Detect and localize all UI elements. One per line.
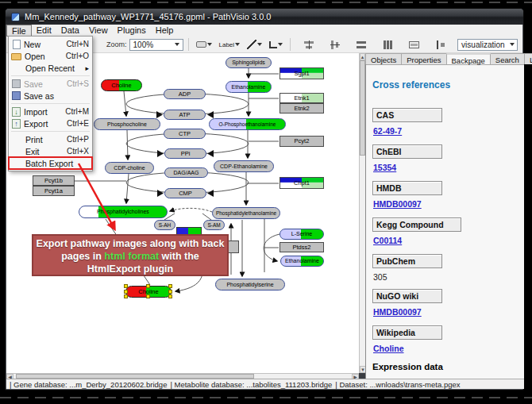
tab-backpage[interactable]: Backpage xyxy=(446,53,491,64)
canvas-vertical-scrollbar[interactable]: ▲ ▼ xyxy=(359,53,365,373)
file-menu-item-open[interactable]: OpenCtrl+O xyxy=(9,50,92,62)
save-as-disk-icon xyxy=(12,91,21,100)
node-s-am[interactable]: S-AM xyxy=(203,220,225,230)
common-height-button[interactable] xyxy=(434,38,447,52)
backpage-link[interactable]: HMDB00097 xyxy=(373,307,422,317)
node-phosphatidylserine[interactable]: Phosphatidylserine xyxy=(215,279,285,290)
side-panel: Objects Properties Backpage Search Legen… xyxy=(365,53,524,379)
status-metabolite-database: | Metabolite database: ...tabolites_1112… xyxy=(170,380,332,389)
visualization-combobox[interactable]: visualization xyxy=(457,39,518,51)
vertical-scroll-thumb[interactable] xyxy=(360,60,365,156)
node-phosphatidylethanolamine[interactable]: Phosphatidylethanolamine xyxy=(212,207,280,219)
selection-handle[interactable] xyxy=(146,294,150,298)
node-sphingolipids[interactable]: Sphingolipids xyxy=(226,57,272,68)
selection-handle[interactable] xyxy=(168,284,172,288)
file-menu-item-export[interactable]: ExportCtrl+E xyxy=(9,117,92,129)
label-tool-button[interactable]: Label xyxy=(217,38,243,52)
tab-legend[interactable]: Legend xyxy=(524,53,532,64)
chevron-down-icon[interactable] xyxy=(507,40,517,50)
selection-handle[interactable] xyxy=(168,290,172,294)
node-pcyt1a[interactable]: Pcyt1a xyxy=(33,186,75,196)
chevron-down-icon[interactable] xyxy=(172,40,183,50)
stack-horizontal-button[interactable] xyxy=(380,38,395,52)
node-label: Etnk1 xyxy=(294,94,309,102)
node-ethanolamine-top[interactable]: Ethanolamine xyxy=(226,81,272,93)
stack-vertical-button[interactable] xyxy=(354,38,368,52)
selection-handle[interactable] xyxy=(168,294,172,298)
node-choline-top[interactable]: Choline xyxy=(101,79,142,91)
node-phosphocholine[interactable]: Phosphocholine xyxy=(94,118,160,130)
node-phosphatidylcholines[interactable]: Phosphatidylcholines xyxy=(79,206,168,218)
align-vertical-button[interactable] xyxy=(302,38,316,52)
backpage-content: Cross references CAS62-49-7ChEBI15354HMD… xyxy=(366,65,524,371)
visualization-value: visualization xyxy=(461,40,504,49)
file-menu-item-exit[interactable]: ExitCtrl+X xyxy=(9,145,92,157)
backpage-link[interactable]: 62-49-7 xyxy=(373,126,402,136)
node-sgpl1[interactable]: Sgpl1 xyxy=(279,67,324,79)
file-menu-item-save-as[interactable]: Save as xyxy=(9,90,92,102)
node-pcyt2[interactable]: Pcyt2 xyxy=(279,136,324,147)
backpage-link[interactable]: 15354 xyxy=(373,163,396,172)
node-atp[interactable]: ATP xyxy=(164,110,206,120)
file-menu-item-open-recent[interactable]: Open Recent▸ xyxy=(9,62,92,74)
panel-tabs: Objects Properties Backpage Search Legen… xyxy=(366,53,524,65)
selection-handle[interactable] xyxy=(124,284,128,288)
node-s-ah[interactable]: S-AH xyxy=(154,220,175,230)
window-title: Mm_Kennedy_pathway_WP1771_45176.gpml - P… xyxy=(25,12,271,21)
scroll-up-icon[interactable]: ▲ xyxy=(360,53,365,60)
node-etnk1[interactable]: Etnk1 xyxy=(279,93,324,103)
backpage-link[interactable]: HMDB00097 xyxy=(373,199,422,209)
menu-plugins[interactable]: Plugins xyxy=(113,25,151,37)
selection-handle[interactable] xyxy=(124,290,128,294)
menu-data[interactable]: Data xyxy=(56,25,84,37)
node-adp[interactable]: ADP xyxy=(164,89,206,99)
zoom-combobox[interactable]: 100% xyxy=(129,39,183,51)
node-label: Sgpl1 xyxy=(294,70,309,77)
file-menu-item-new[interactable]: NewCtrl+N xyxy=(9,38,92,50)
tab-objects[interactable]: Objects xyxy=(365,53,402,64)
menu-edit[interactable]: Edit xyxy=(32,25,56,37)
backpage-section-pubchem: PubChem305 xyxy=(372,254,518,282)
selection-handle[interactable] xyxy=(124,294,128,298)
file-menu-item-batch-export[interactable]: Batch Export xyxy=(9,157,92,169)
node-ctp[interactable]: CTP xyxy=(164,129,206,139)
node-ppi[interactable]: PPi xyxy=(164,148,206,159)
node-pcyt1b[interactable]: Pcyt1b xyxy=(33,175,75,186)
gene-tool-button[interactable] xyxy=(194,38,214,52)
node-label: PPi xyxy=(181,150,191,157)
node-label: Sphingolipids xyxy=(232,60,265,65)
file-menu-item-import[interactable]: ImportCtrl+M xyxy=(9,106,92,117)
node-dag-aag[interactable]: DAG/AAG xyxy=(164,167,208,178)
node-chpt1[interactable]: Chpt1 xyxy=(279,177,324,189)
node-ethanolamine-bottom[interactable]: Ethanolamine xyxy=(280,256,324,267)
backpage-link[interactable]: Choline xyxy=(373,344,404,353)
menu-file[interactable]: File xyxy=(6,25,32,37)
file-menu-item-save[interactable]: SaveCtrl+S xyxy=(9,78,92,90)
node-cdp-ethanolamine[interactable]: CDP-Ethanolamine xyxy=(214,160,274,172)
open-folder-icon xyxy=(11,53,21,60)
tab-search[interactable]: Search xyxy=(490,53,525,64)
node-choline-selected[interactable]: Choline xyxy=(125,286,172,298)
node-etnk2[interactable]: Etnk2 xyxy=(279,103,324,114)
node-cdp-choline[interactable]: CDP-choline xyxy=(105,162,154,174)
align-horizontal-button[interactable] xyxy=(328,38,342,52)
line-tool-button[interactable] xyxy=(245,38,264,52)
file-menu-item-print[interactable]: PrintCtrl+P xyxy=(9,133,92,145)
canvas-horizontal-scrollbar[interactable]: ◀ ▶ xyxy=(6,373,359,379)
common-width-button[interactable] xyxy=(407,38,422,52)
toolbar-separator xyxy=(188,38,189,51)
titlebar[interactable]: Mm_Kennedy_pathway_WP1771_45176.gpml - P… xyxy=(6,9,523,25)
node-l-serine[interactable]: L-Serine xyxy=(279,229,324,240)
selection-handle[interactable] xyxy=(146,284,150,288)
node-cmp[interactable]: CMP xyxy=(164,188,206,198)
node-gene-box-partial[interactable] xyxy=(227,240,239,253)
zoom-label: Zoom: xyxy=(106,40,127,48)
tab-properties[interactable]: Properties xyxy=(401,53,446,64)
node-o-phosphoethanolamine[interactable]: O-Phosphoethanolamine xyxy=(209,118,286,130)
align-horizontal-icon xyxy=(330,40,340,49)
menu-view[interactable]: View xyxy=(84,25,113,37)
connector-tool-button[interactable] xyxy=(267,38,285,52)
backpage-link[interactable]: C00114 xyxy=(373,236,402,245)
node-ptdss2[interactable]: Ptdss2 xyxy=(279,242,324,252)
menu-help[interactable]: Help xyxy=(151,25,179,37)
